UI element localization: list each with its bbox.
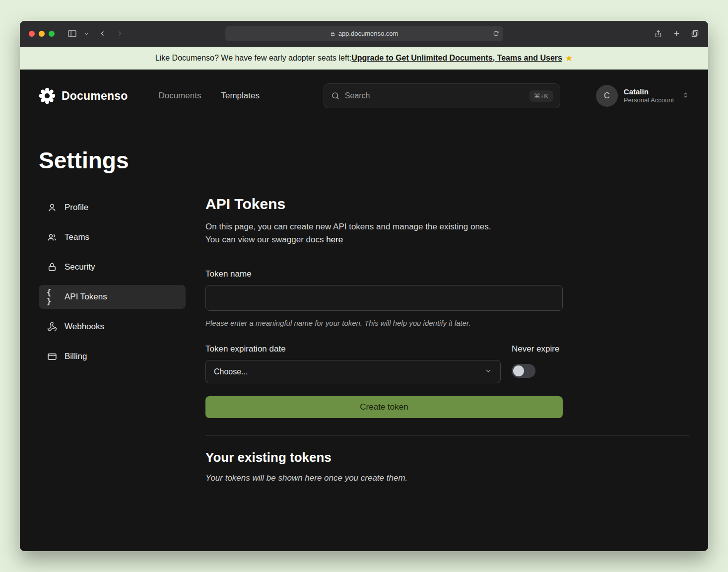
token-name-input[interactable]	[205, 285, 563, 311]
forward-icon[interactable]	[117, 29, 123, 38]
create-token-button[interactable]: Create token	[205, 396, 563, 418]
avatar: C	[596, 85, 618, 107]
webhook-icon	[47, 322, 58, 332]
sidebar-item-teams[interactable]: Teams	[39, 225, 186, 249]
swagger-docs-link[interactable]: here	[326, 235, 343, 244]
expiration-selected-value: Choose...	[214, 367, 248, 376]
never-expire-label: Never expire	[512, 344, 563, 354]
expiration-label: Token expiration date	[205, 344, 501, 354]
search-shortcut: ⌘+K	[529, 90, 553, 102]
app-header: Documenso Documents Templates Search ⌘+K…	[20, 70, 708, 122]
refresh-icon[interactable]	[493, 30, 499, 37]
user-icon	[47, 203, 58, 213]
credit-card-icon	[47, 352, 58, 361]
address-bar[interactable]: app.documenso.com	[225, 26, 503, 41]
zoom-window-button[interactable]	[49, 31, 55, 37]
star-icon: ★	[565, 53, 573, 64]
section-heading: API Tokens	[205, 196, 689, 213]
lock-icon	[330, 31, 335, 37]
share-icon[interactable]	[654, 29, 662, 38]
sidebar-item-label: Billing	[65, 352, 87, 361]
minimize-window-button[interactable]	[39, 31, 45, 37]
browser-window: app.documenso.com Like Documenso? We hav…	[20, 21, 708, 551]
existing-tokens-section: Your existing tokens Your tokens will be…	[205, 450, 689, 483]
app-content: Documenso Documents Templates Search ⌘+K…	[20, 70, 708, 551]
promo-text: Like Documenso? We have few early adopte…	[155, 54, 351, 63]
divider	[205, 255, 689, 255]
chevron-up-down-icon	[682, 91, 689, 101]
sidebar-item-profile[interactable]: Profile	[39, 196, 186, 219]
chevron-down-icon	[484, 367, 492, 377]
sidebar-item-label: Teams	[65, 232, 89, 242]
lock-icon	[47, 262, 58, 272]
account-menu[interactable]: C Catalin Personal Account	[596, 85, 689, 107]
sidebar-item-security[interactable]: Security	[39, 255, 186, 279]
new-tab-icon[interactable]	[672, 29, 681, 38]
sidebar-item-label: API Tokens	[65, 292, 107, 302]
sidebar-toggle-icon[interactable]	[67, 29, 77, 38]
search-input[interactable]: Search ⌘+K	[324, 83, 560, 108]
settings-sidebar: Profile Teams Security { } API Token	[39, 196, 186, 483]
traffic-lights	[29, 31, 55, 37]
section-description-line1: On this page, you can create new API tok…	[205, 220, 689, 233]
account-type: Personal Account	[624, 96, 674, 104]
existing-tokens-empty-text: Your tokens will be shown here once you …	[205, 473, 689, 483]
brand-name: Documenso	[62, 89, 128, 103]
toggle-knob	[513, 365, 524, 376]
token-name-label: Token name	[205, 269, 689, 279]
sidebar-item-webhooks[interactable]: Webhooks	[39, 315, 186, 339]
nav-templates[interactable]: Templates	[221, 91, 259, 101]
main-nav: Documents Templates	[158, 91, 259, 101]
chevron-down-icon[interactable]	[84, 31, 89, 36]
braces-icon: { }	[47, 288, 58, 306]
url-text: app.documenso.com	[338, 30, 398, 37]
users-icon	[47, 232, 58, 242]
upgrade-link[interactable]: Upgrade to Get Unlimited Documents, Team…	[351, 54, 562, 63]
never-expire-toggle[interactable]	[512, 364, 535, 378]
tab-overview-icon[interactable]	[691, 29, 699, 38]
nav-documents[interactable]: Documents	[158, 91, 201, 101]
search-placeholder: Search	[345, 91, 370, 100]
promo-banner: Like Documenso? We have few early adopte…	[20, 47, 708, 70]
existing-tokens-heading: Your existing tokens	[205, 450, 689, 465]
api-tokens-panel: API Tokens On this page, you can create …	[205, 196, 689, 483]
expiration-select[interactable]: Choose...	[205, 360, 501, 383]
divider	[205, 435, 689, 436]
close-window-button[interactable]	[29, 31, 35, 37]
section-description-line2: You can view our swagger docs	[205, 235, 326, 244]
documenso-logo-icon	[39, 87, 56, 104]
documenso-logo[interactable]: Documenso	[39, 87, 128, 104]
page-title: Settings	[39, 147, 689, 174]
sidebar-item-label: Profile	[65, 203, 88, 213]
sidebar-item-billing[interactable]: Billing	[39, 345, 186, 368]
sidebar-item-label: Security	[65, 262, 95, 272]
sidebar-item-api-tokens[interactable]: { } API Tokens	[39, 285, 186, 309]
search-icon	[331, 91, 340, 100]
back-icon[interactable]	[100, 29, 106, 38]
account-name: Catalin	[624, 87, 674, 97]
sidebar-item-label: Webhooks	[65, 322, 104, 332]
browser-titlebar: app.documenso.com	[20, 21, 708, 47]
token-name-helper: Please enter a meaningful name for your …	[205, 319, 689, 327]
